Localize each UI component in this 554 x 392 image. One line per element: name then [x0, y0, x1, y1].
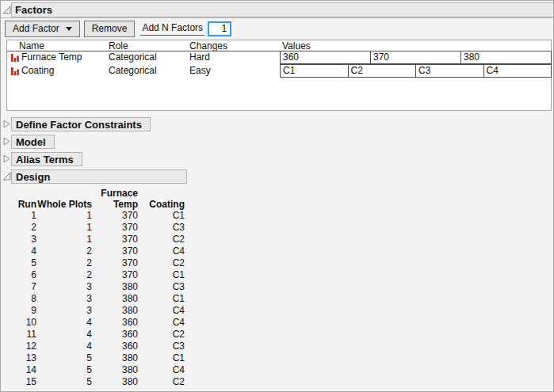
design-coating-cell: C2 [138, 329, 185, 341]
disclosure-closed-icon[interactable] [2, 120, 11, 128]
design-col-header: Furnace [92, 188, 138, 199]
design-coating-cell: C4 [138, 364, 185, 376]
design-coating-cell: C3 [138, 222, 185, 234]
design-furnace-temp-cell: 370 [92, 269, 138, 281]
design-coating-cell: C1 [138, 269, 185, 281]
disclosure-closed-icon[interactable] [2, 137, 11, 146]
factor-value-cell[interactable]: 380 [460, 51, 552, 64]
design-run-cell: 3 [1, 234, 36, 245]
model-title[interactable]: Model [11, 135, 55, 149]
col-header-role: Role [109, 40, 128, 51]
design-furnace-temp-cell: 360 [92, 341, 138, 352]
col-header-values: Values [282, 40, 311, 51]
design-run-cell: 1 [1, 210, 36, 222]
design-whole-plots-cell: 5 [36, 376, 92, 388]
design-whole-plots-cell: 3 [36, 293, 92, 305]
design-whole-plots-cell: 2 [36, 245, 92, 257]
design-coating-cell: C1 [138, 352, 185, 364]
factor-role[interactable]: Categorical [109, 51, 157, 63]
factor-value-cell[interactable]: C1 [280, 64, 349, 78]
design-whole-plots-cell: 1 [36, 234, 92, 245]
factor-values: C1C2C3C4 [280, 64, 552, 78]
design-whole-plots-cell: 5 [36, 364, 92, 376]
factor-value-cell[interactable]: C4 [483, 64, 552, 78]
remove-button[interactable]: Remove [84, 21, 136, 37]
factor-row: Furnace TempCategoricalHard360370380 [7, 51, 551, 64]
design-col-header: Coating [138, 199, 185, 210]
factor-value-cell[interactable]: 370 [370, 51, 461, 64]
factor-values: 360370380 [280, 51, 552, 64]
design-coating-cell: C1 [138, 293, 185, 305]
design-coating-cell: C3 [138, 281, 185, 293]
factor-name[interactable]: Coating [21, 65, 54, 76]
design-col-header [36, 188, 92, 199]
design-whole-plots-cell: 3 [36, 281, 92, 293]
factors-panel-header: Factors [1, 2, 554, 18]
design-whole-plots-cell: 2 [36, 257, 92, 269]
design-whole-plots-cell: 4 [36, 317, 92, 329]
design-run-cell: 5 [1, 257, 36, 269]
categorical-bars-icon [11, 53, 19, 64]
design-coating-cell: C1 [138, 210, 185, 222]
jmp-doe-window: { "factors_panel": { "title": "Factors",… [0, 0, 554, 392]
disclosure-closed-icon[interactable] [2, 154, 11, 163]
design-run-cell: 8 [1, 293, 36, 305]
add-n-factors-label: Add N Factors [140, 21, 204, 36]
design-table: FurnaceRunWhole PlotsTempCoating11370C12… [1, 188, 185, 388]
design-run-cell: 2 [1, 222, 36, 234]
design-run-cell: 13 [1, 352, 36, 364]
design-furnace-temp-cell: 380 [92, 293, 138, 305]
factor-value-cell[interactable]: 360 [280, 51, 371, 64]
design-furnace-temp-cell: 380 [92, 376, 138, 388]
design-coating-cell: C4 [138, 305, 185, 317]
alias-terms-title[interactable]: Alias Terms [11, 152, 82, 166]
design-col-header [138, 188, 185, 199]
define-factor-constraints-title[interactable]: Define Factor Constraints [11, 117, 151, 131]
col-header-name: Name [19, 40, 44, 51]
add-factor-button[interactable]: Add Factor [5, 21, 80, 37]
chevron-down-icon [66, 27, 72, 31]
design-whole-plots-cell: 4 [36, 329, 92, 341]
factor-changes[interactable]: Easy [189, 65, 211, 76]
design-col-header [1, 188, 36, 199]
disclosure-open-icon[interactable] [2, 6, 11, 14]
factors-title-box[interactable]: Factors [11, 2, 554, 17]
design-run-cell: 10 [1, 317, 36, 329]
add-factor-label: Add Factor [13, 23, 59, 34]
factor-role[interactable]: Categorical [109, 65, 157, 76]
design-run-cell: 6 [1, 269, 36, 281]
design-coating-cell: C4 [138, 317, 185, 329]
design-furnace-temp-cell: 360 [92, 317, 138, 329]
design-furnace-temp-cell: 370 [92, 257, 138, 269]
design-furnace-temp-cell: 370 [92, 234, 138, 245]
factor-row: CoatingCategoricalEasyC1C2C3C4 [7, 64, 551, 78]
design-run-cell: 11 [1, 329, 36, 341]
design-col-header: Whole Plots [36, 199, 92, 210]
factor-value-cell[interactable]: C2 [348, 64, 417, 78]
design-whole-plots-cell: 2 [36, 269, 92, 281]
design-furnace-temp-cell: 380 [92, 364, 138, 376]
disclosure-open-icon[interactable] [2, 172, 11, 181]
add-n-factors-input[interactable] [208, 21, 231, 36]
factors-title: Factors [12, 3, 52, 16]
design-whole-plots-cell: 3 [36, 305, 92, 317]
design-run-cell: 15 [1, 376, 36, 388]
factor-name[interactable]: Furnace Temp [21, 51, 82, 63]
categorical-bars-icon [11, 67, 19, 78]
design-furnace-temp-cell: 370 [92, 245, 138, 257]
col-header-changes: Changes [189, 40, 227, 51]
design-whole-plots-cell: 5 [36, 352, 92, 364]
design-whole-plots-cell: 1 [36, 210, 92, 222]
factor-changes[interactable]: Hard [189, 51, 210, 63]
design-run-cell: 12 [1, 341, 36, 352]
factors-table: Name Role Changes Values Furnace TempCat… [6, 40, 552, 111]
design-col-header: Run [1, 199, 36, 210]
design-furnace-temp-cell: 380 [92, 281, 138, 293]
design-run-cell: 4 [1, 245, 36, 257]
design-coating-cell: C2 [138, 257, 185, 269]
factors-toolbar: Add Factor Remove Add N Factors [5, 20, 231, 37]
design-coating-cell: C2 [138, 376, 185, 388]
design-furnace-temp-cell: 380 [92, 352, 138, 364]
design-title[interactable]: Design [11, 169, 187, 184]
factor-value-cell[interactable]: C3 [415, 64, 484, 78]
